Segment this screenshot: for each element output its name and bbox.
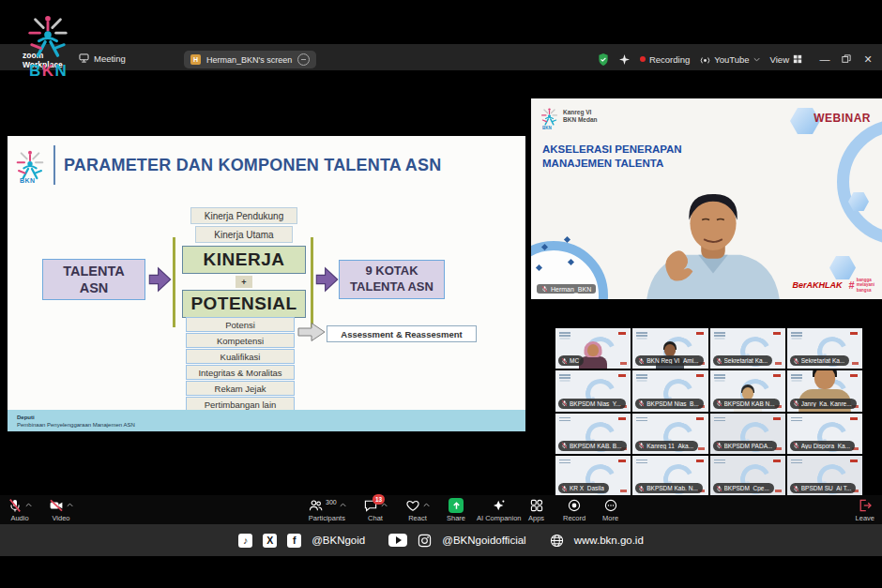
zoom-meeting-window: zoom Workplace BKN Meeting H Herman_BKN'… bbox=[0, 0, 882, 588]
video-button[interactable]: Video bbox=[49, 498, 73, 522]
youtube-stream-menu[interactable]: YouTube bbox=[700, 54, 759, 65]
instagram-icon bbox=[418, 534, 432, 548]
kinerja-utama-box: Kinerja Utama bbox=[195, 226, 293, 243]
webinar-title-line: AKSELERASI PENERAPAN bbox=[542, 143, 682, 157]
chat-button[interactable]: 13 Chat bbox=[363, 498, 388, 522]
participant-name-tag: BKN Reg VI_Ami... bbox=[635, 355, 703, 366]
participant-tile[interactable]: BKN Reg VI_Ami... bbox=[632, 328, 707, 369]
kinerja-box: KINERJA bbox=[182, 246, 306, 274]
record-button[interactable]: Record bbox=[563, 498, 585, 522]
x-twitter-icon: X bbox=[263, 534, 277, 548]
bkn-logo-text: BKN bbox=[29, 62, 68, 81]
participant-tile[interactable]: BKPSDM KAB N... bbox=[710, 370, 785, 411]
record-label: Record bbox=[563, 514, 585, 522]
broadcast-icon bbox=[700, 54, 710, 65]
webinar-brand-logos: BerAKHLAK # bangga melayani bangsa bbox=[793, 278, 874, 293]
participant-tile[interactable]: BPSDM SU_Ai T... bbox=[787, 456, 862, 496]
react-button[interactable]: React bbox=[405, 498, 430, 522]
participant-name: BKN Reg VI_Ami... bbox=[646, 357, 698, 364]
more-button[interactable]: More bbox=[602, 498, 618, 522]
tile-decor bbox=[775, 362, 782, 365]
view-menu[interactable]: View bbox=[770, 54, 802, 65]
bkngoid-handle: @BKNgoid bbox=[312, 535, 365, 546]
participant-name: KR X_Dasila bbox=[570, 485, 604, 491]
screen-share-menu-icon[interactable] bbox=[297, 53, 310, 66]
participant-tile[interactable]: Sekretariat Ka... bbox=[787, 328, 862, 369]
decor-circle bbox=[837, 119, 882, 245]
tile-decor bbox=[620, 362, 627, 365]
react-caret[interactable] bbox=[423, 503, 430, 507]
ai-companion-button[interactable]: AI Companion bbox=[477, 498, 522, 522]
video-options-caret[interactable] bbox=[67, 503, 73, 507]
mic-muted-icon bbox=[8, 498, 23, 513]
participant-name: BKPSDM KAB. B... bbox=[570, 443, 622, 449]
participant-tile[interactable]: BKPSDM KAB. B... bbox=[555, 414, 631, 454]
security-shield-icon[interactable] bbox=[598, 53, 609, 66]
participant-name-tag: Ayu Dispora_Ka... bbox=[790, 441, 855, 451]
meeting-tab[interactable]: Meeting bbox=[79, 50, 126, 67]
restore-button[interactable] bbox=[842, 54, 851, 64]
participant-tile[interactable]: KR X_Dasila bbox=[555, 456, 631, 496]
mic-muted-icon bbox=[793, 400, 799, 407]
kinerja-pendukung-box: Kinerja Pendukung bbox=[190, 207, 297, 224]
participant-tile[interactable]: BKPSDM PADA... bbox=[710, 414, 785, 454]
slide-footer-strip: Deputi Pembinaan Penyelenggaraan Manajem… bbox=[8, 410, 525, 431]
participant-tile[interactable]: Ayu Dispora_Ka... bbox=[787, 414, 862, 454]
tile-decor bbox=[696, 374, 704, 377]
talenta-line: TALENTA bbox=[63, 263, 125, 279]
tile-decor bbox=[696, 332, 704, 335]
participant-tile[interactable]: BKPSDM_Cpe... bbox=[710, 456, 785, 496]
participant-name: BKPSDM Nias_B... bbox=[646, 400, 699, 407]
tile-decor bbox=[618, 374, 626, 377]
sparkle-pin-icon[interactable] bbox=[619, 54, 630, 65]
slide-header: PARAMETER DAN KOMPONEN TALENTA ASN bbox=[15, 145, 441, 185]
share-button[interactable]: Share bbox=[447, 498, 465, 522]
slide-title: PARAMETER DAN KOMPONEN TALENTA ASN bbox=[64, 156, 441, 175]
close-button[interactable]: ✕ bbox=[861, 53, 874, 66]
tile-decor bbox=[850, 332, 858, 335]
mic-muted-icon bbox=[541, 285, 548, 293]
participants-caret[interactable] bbox=[340, 503, 346, 507]
globe-icon bbox=[550, 534, 564, 548]
participant-tile[interactable]: MC bbox=[555, 328, 631, 369]
screen-share-pill[interactable]: H Herman_BKN's screen bbox=[184, 51, 316, 68]
minimize-button[interactable]: — bbox=[818, 53, 831, 65]
berakhlak-logo: BerAKHLAK bbox=[793, 280, 843, 290]
participant-tile[interactable]: Janry_Ka. Kanre... bbox=[787, 370, 862, 411]
nine-box-talenta-box: 9 KOTAK TALENTA ASN bbox=[339, 260, 445, 299]
tile-decor bbox=[618, 417, 626, 420]
meeting-toolbar: Audio Video 300 bbox=[0, 495, 882, 524]
participants-button[interactable]: 300 Participants bbox=[308, 498, 346, 522]
participant-name: Janry_Ka. Kanre... bbox=[801, 400, 852, 407]
participant-tile[interactable]: BKPSDM Kab. N... bbox=[632, 456, 707, 496]
view-label: View bbox=[770, 54, 789, 65]
audio-button[interactable]: Audio bbox=[8, 498, 32, 522]
mic-muted-icon bbox=[716, 357, 722, 365]
participant-tile[interactable]: BKPSDM Nias_B... bbox=[632, 370, 707, 411]
ai-companion-icon bbox=[492, 498, 507, 513]
social-footer-bar: ♪ X f @BKNgoid @BKNgoidofficial www.bkn.… bbox=[0, 524, 882, 556]
participant-name: Sekretariat Ka... bbox=[724, 357, 768, 364]
participant-name-tag: BKPSDM PADA... bbox=[713, 441, 778, 451]
participant-tile[interactable]: Sekretariat Ka... bbox=[710, 328, 785, 369]
audio-options-caret[interactable] bbox=[25, 503, 32, 507]
participant-name: BKPSDM_Cpe... bbox=[724, 485, 769, 491]
participants-icon bbox=[308, 498, 323, 513]
website-url: www.bkn.go.id bbox=[574, 535, 644, 546]
tile-decor bbox=[773, 417, 781, 420]
youtube-label: YouTube bbox=[714, 54, 749, 65]
participant-tile[interactable]: Kanreg 11_Aka... bbox=[632, 414, 707, 454]
speaker-person bbox=[617, 188, 809, 299]
component-item: Kualifikasi bbox=[186, 349, 295, 364]
participant-name-tag: MC bbox=[558, 355, 584, 366]
bracket-bar bbox=[311, 237, 313, 327]
mic-muted-icon bbox=[638, 400, 645, 407]
leave-button[interactable]: Leave bbox=[856, 498, 874, 522]
participant-tile[interactable]: BKPSDM Nias_Y... bbox=[555, 370, 631, 411]
mic-muted-icon bbox=[561, 357, 568, 365]
leave-icon bbox=[858, 498, 873, 513]
recording-label: Recording bbox=[649, 54, 690, 65]
apps-button[interactable]: Apps bbox=[528, 498, 544, 522]
share-screen-icon bbox=[449, 498, 464, 513]
speaker-video-tile[interactable]: Kanreg VI BKN Medan BKN WEBINAR AKSELERA… bbox=[531, 98, 882, 299]
